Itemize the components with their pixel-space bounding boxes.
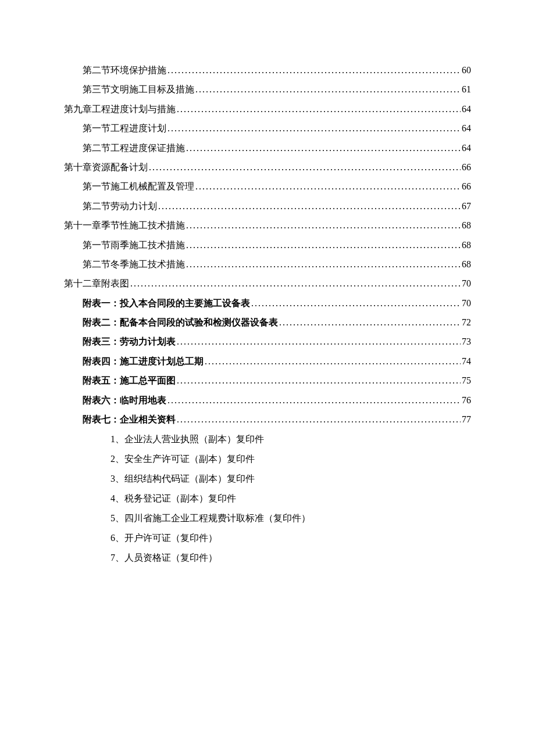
- toc-label: 第十二章附表图: [64, 277, 129, 290]
- toc-label: 第十一章季节性施工技术措施: [64, 219, 185, 232]
- toc-leader-dots: [186, 219, 461, 232]
- toc-leader-dots: [186, 239, 461, 252]
- toc-label: 第一节工程进度计划: [83, 122, 166, 135]
- toc-label: 附表一：投入本合同段的主要施工设备表: [83, 297, 250, 310]
- toc-page-number: 76: [462, 394, 471, 407]
- appendix-sublist-item: 6、开户许可证（复印件）: [110, 531, 471, 545]
- toc-leader-dots: [167, 64, 461, 77]
- toc-page-number: 64: [462, 122, 471, 135]
- toc-leader-dots: [177, 335, 461, 348]
- toc-page-number: 61: [462, 83, 471, 96]
- toc-page-number: 68: [462, 258, 471, 271]
- toc-leader-dots: [177, 413, 461, 426]
- toc-leader-dots: [195, 83, 461, 96]
- toc-label: 附表五：施工总平面图: [83, 374, 176, 387]
- toc-label: 第三节文明施工目标及措施: [83, 83, 194, 96]
- toc-page-number: 67: [462, 200, 471, 213]
- toc-leader-dots: [205, 355, 461, 368]
- appendix-sublist: 1、企业法人营业执照（副本）复印件2、安全生产许可证（副本）复印件3、组织结构代…: [110, 432, 471, 565]
- toc-entry: 第一节雨季施工技术措施68: [83, 239, 471, 252]
- toc-label: 第一节施工机械配置及管理: [83, 180, 194, 193]
- toc-entry: 第十二章附表图70: [64, 277, 471, 290]
- toc-label: 附表二：配备本合同段的试验和检测仪器设备表: [83, 316, 278, 329]
- toc-label: 第二节劳动力计划: [83, 200, 157, 213]
- toc-page-number: 66: [462, 180, 471, 193]
- toc-page-number: 72: [462, 316, 471, 329]
- toc-container: 第二节环境保护措施60第三节文明施工目标及措施61第九章工程进度计划与措施64第…: [64, 64, 471, 426]
- toc-page-number: 70: [462, 277, 471, 290]
- toc-entry: 附表三：劳动力计划表73: [83, 335, 471, 348]
- appendix-sublist-item: 5、四川省施工企业工程规费计取标准（复印件）: [110, 511, 471, 525]
- toc-page-number: 64: [462, 142, 471, 155]
- toc-label: 第十章资源配备计划: [64, 161, 148, 174]
- appendix-sublist-item: 2、安全生产许可证（副本）复印件: [110, 452, 471, 466]
- toc-label: 附表六：临时用地表: [83, 394, 166, 407]
- toc-page-number: 70: [462, 297, 471, 310]
- toc-entry: 第二节劳动力计划67: [83, 200, 471, 213]
- toc-label: 附表七：企业相关资料: [83, 413, 176, 426]
- toc-entry: 附表六：临时用地表76: [83, 394, 471, 407]
- toc-entry: 附表一：投入本合同段的主要施工设备表70: [83, 297, 471, 310]
- toc-entry: 第一节施工机械配置及管理66: [83, 180, 471, 193]
- toc-entry: 附表二：配备本合同段的试验和检测仪器设备表72: [83, 316, 471, 329]
- toc-entry: 第二节工程进度保证措施64: [83, 142, 471, 155]
- toc-page-number: 68: [462, 219, 471, 232]
- toc-entry: 附表七：企业相关资料77: [83, 413, 471, 426]
- toc-leader-dots: [149, 161, 461, 174]
- appendix-sublist-item: 7、人员资格证（复印件）: [110, 551, 471, 565]
- toc-leader-dots: [177, 103, 461, 116]
- toc-leader-dots: [167, 122, 461, 135]
- toc-entry: 第九章工程进度计划与措施64: [64, 103, 471, 116]
- toc-entry: 第二节冬季施工技术措施68: [83, 258, 471, 271]
- toc-label: 附表四：施工进度计划总工期: [83, 355, 204, 368]
- toc-page-number: 64: [462, 103, 471, 116]
- toc-entry: 第二节环境保护措施60: [83, 64, 471, 77]
- toc-label: 第二节环境保护措施: [83, 64, 166, 77]
- toc-page-number: 68: [462, 239, 471, 252]
- toc-entry: 第一节工程进度计划64: [83, 122, 471, 135]
- toc-page-number: 66: [462, 161, 471, 174]
- toc-leader-dots: [167, 394, 461, 407]
- appendix-sublist-item: 4、税务登记证（副本）复印件: [110, 492, 471, 506]
- toc-leader-dots: [195, 180, 461, 193]
- appendix-sublist-item: 3、组织结构代码证（副本）复印件: [110, 472, 471, 486]
- toc-label: 第九章工程进度计划与措施: [64, 103, 176, 116]
- appendix-sublist-item: 1、企业法人营业执照（副本）复印件: [110, 432, 471, 446]
- toc-label: 附表三：劳动力计划表: [83, 335, 176, 348]
- toc-entry: 附表五：施工总平面图75: [83, 374, 471, 387]
- toc-leader-dots: [251, 297, 461, 310]
- toc-label: 第一节雨季施工技术措施: [83, 239, 185, 252]
- toc-page-number: 75: [462, 374, 471, 387]
- toc-label: 第二节工程进度保证措施: [83, 142, 185, 155]
- toc-leader-dots: [130, 277, 461, 290]
- toc-label: 第二节冬季施工技术措施: [83, 258, 185, 271]
- toc-page-number: 60: [462, 64, 471, 77]
- toc-entry: 第十章资源配备计划66: [64, 161, 471, 174]
- toc-entry: 附表四：施工进度计划总工期74: [83, 355, 471, 368]
- toc-leader-dots: [177, 374, 461, 387]
- toc-leader-dots: [279, 316, 461, 329]
- toc-page-number: 77: [462, 413, 471, 426]
- toc-entry: 第十一章季节性施工技术措施68: [64, 219, 471, 232]
- toc-entry: 第三节文明施工目标及措施61: [83, 83, 471, 96]
- toc-page-number: 74: [462, 355, 471, 368]
- toc-leader-dots: [158, 200, 461, 213]
- toc-leader-dots: [186, 142, 461, 155]
- toc-leader-dots: [186, 258, 461, 271]
- toc-page-number: 73: [462, 335, 471, 348]
